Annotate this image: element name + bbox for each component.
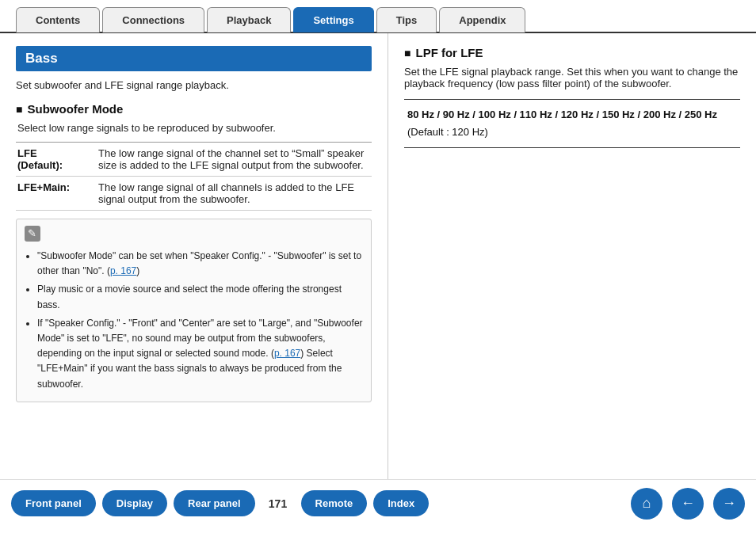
bottom-navigation: Front panel Display Rear panel 171 Remot… xyxy=(0,479,756,527)
lpf-heading: LPF for LFE xyxy=(404,46,740,59)
page-link-167b[interactable]: p. 167 xyxy=(274,348,300,359)
lpf-bold-values: 80 Hz / 90 Hz / 100 Hz / 110 Hz / 120 Hz… xyxy=(407,109,717,120)
back-button[interactable]: ← xyxy=(672,488,704,520)
right-panel: LPF for LFE Set the LFE signal playback … xyxy=(388,33,756,479)
tab-settings[interactable]: Settings xyxy=(293,7,373,32)
main-content: Bass Set subwoofer and LFE signal range … xyxy=(0,33,756,479)
tab-appendix[interactable]: Appendix xyxy=(439,7,525,32)
subwoofer-mode-intro: Select low range signals to be reproduce… xyxy=(16,122,372,134)
list-item: If "Speaker Config." - "Front" and "Cent… xyxy=(37,316,363,392)
notes-list: "Subwoofer Mode" can be set when "Speake… xyxy=(25,249,363,392)
lpf-default: (Default : 120 Hz) xyxy=(407,126,488,138)
front-panel-button[interactable]: Front panel xyxy=(11,490,96,516)
top-navigation: Contents Connections Playback Settings T… xyxy=(0,0,756,33)
page-link-167a[interactable]: p. 167 xyxy=(110,265,136,276)
subwoofer-mode-table: LFE(Default): The low range signal of th… xyxy=(16,142,372,211)
list-item: "Subwoofer Mode" can be set when "Speake… xyxy=(37,249,363,279)
left-panel: Bass Set subwoofer and LFE signal range … xyxy=(0,33,388,479)
term-lfe-main: LFE+Main: xyxy=(17,181,89,205)
note-pencil-icon xyxy=(25,226,40,242)
notes-box: "Subwoofer Mode" can be set when "Speake… xyxy=(16,219,372,402)
index-button[interactable]: Index xyxy=(373,490,429,516)
rear-panel-button[interactable]: Rear panel xyxy=(174,490,254,516)
list-item: Play music or a movie source and select … xyxy=(37,282,363,312)
display-button[interactable]: Display xyxy=(102,490,167,516)
home-button[interactable]: ⌂ xyxy=(631,488,662,520)
tab-tips[interactable]: Tips xyxy=(376,7,437,32)
tab-connections[interactable]: Connections xyxy=(102,7,204,32)
tab-contents[interactable]: Contents xyxy=(16,7,100,32)
term-lfe: LFE(Default): xyxy=(17,147,89,171)
table-row: LFE+Main: The low range signal of all ch… xyxy=(16,177,372,211)
remote-button[interactable]: Remote xyxy=(301,490,368,516)
section-title-bass: Bass xyxy=(16,46,372,71)
desc-lfe-main: The low range signal of all channels is … xyxy=(98,181,370,205)
forward-button[interactable]: → xyxy=(713,488,745,520)
intro-text: Set subwoofer and LFE signal range playb… xyxy=(16,79,372,91)
lpf-intro: Set the LFE signal playback range. Set t… xyxy=(404,66,740,89)
lpf-values: 80 Hz / 90 Hz / 100 Hz / 110 Hz / 120 Hz… xyxy=(404,99,740,148)
table-row: LFE(Default): The low range signal of th… xyxy=(16,143,372,177)
tab-playback[interactable]: Playback xyxy=(207,7,291,32)
page-number: 171 xyxy=(266,497,290,510)
subwoofer-mode-heading: Subwoofer Mode xyxy=(16,102,372,116)
desc-lfe: The low range signal of the channel set … xyxy=(98,147,370,171)
